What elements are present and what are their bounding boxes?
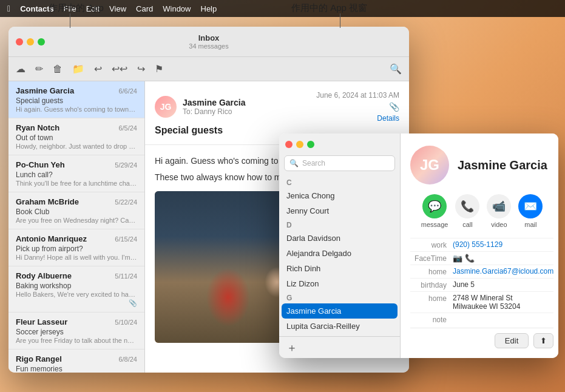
attachment-icon: 📎 — [129, 299, 137, 307]
contact-item-liz[interactable]: Liz Dizon — [279, 276, 400, 291]
contact-item-darla[interactable]: Darla Davidson — [279, 231, 400, 246]
mail-item[interactable]: Rody Albuerne 5/11/24 Baking workshop He… — [8, 266, 144, 313]
contacts-detail: JG Jasmine Garcia 💬 message 📞 call 📹 vid… — [401, 133, 558, 358]
search-placeholder-text: Search — [302, 159, 325, 167]
home-address[interactable]: 2748 W Mineral StMilwaukee WI 53204 — [453, 294, 520, 311]
contacts-titlebar — [279, 133, 400, 155]
mail-date: 5/10/24 — [115, 319, 137, 326]
call-button[interactable]: 📞 call — [455, 194, 479, 228]
facetime-video-icon[interactable]: 📷 — [453, 254, 462, 263]
mail-button[interactable]: ✉️ mail — [518, 194, 543, 228]
inbox-label: Inbox — [189, 33, 228, 42]
contacts-search[interactable]: 🔍 Search — [284, 155, 395, 171]
mail-item[interactable]: Ryan Notch 6/5/24 Out of town Howdy, nei… — [8, 118, 144, 155]
forward-icon[interactable]: ↪ — [137, 63, 145, 75]
mail-item[interactable]: Antonio Manriquez 6/15/24 Pick up from a… — [8, 229, 144, 266]
sender-name: Jasmine Garcia — [16, 86, 74, 95]
mail-toolbar: ☁ ✏ 🗑 📁 ↩ ↩↩ ↪ ⚑ 🔍 — [8, 57, 409, 81]
detail-date: June 6, 2024 at 11:03 AM — [316, 91, 399, 100]
messages-count: 34 messages — [189, 42, 228, 50]
mail-preview: Hi Danny! Hope all is well with you. I'm… — [16, 254, 137, 261]
mail-subject: Pick up from airport? — [16, 245, 137, 253]
home-email-row: home Jasmine.Garcia67@icloud.com — [410, 265, 553, 278]
contact-item-alejandra[interactable]: Alejandra Delgado — [279, 246, 400, 261]
mail-item[interactable]: Jasmine Garcia 6/6/24 Special guests Hi … — [8, 81, 144, 118]
menu-edit[interactable]: Edit — [86, 4, 100, 13]
close-button[interactable] — [16, 38, 23, 46]
minimize-button[interactable] — [27, 38, 34, 46]
maximize-button[interactable] — [38, 38, 45, 46]
add-contact-button[interactable]: ＋ — [279, 336, 400, 358]
mail-item[interactable]: Rigo Rangel 6/8/24 Fun memories — [8, 350, 144, 373]
sender-name: Fleur Lasseur — [16, 317, 67, 326]
mail-label: mail — [524, 221, 536, 228]
facetime-audio-icon[interactable]: 📞 — [465, 254, 475, 263]
call-label: call — [462, 221, 473, 228]
contact-item-jasmine[interactable]: Jasmine Garcia — [282, 303, 398, 319]
contacts-min-btn[interactable] — [296, 141, 303, 148]
mail-subject: Baking workshop — [16, 282, 137, 290]
flag-icon[interactable]: ⚑ — [155, 63, 163, 75]
message-button[interactable]: 💬 message — [421, 194, 448, 228]
reply-all-icon[interactable]: ↩↩ — [112, 63, 127, 75]
message-label: message — [421, 221, 448, 228]
search-icon[interactable]: 🔍 — [390, 63, 402, 75]
mail-date: 6/8/24 — [118, 356, 137, 363]
contacts-close-btn[interactable] — [285, 141, 293, 148]
mail-action-icon: ✉️ — [518, 194, 543, 218]
menu-file[interactable]: File — [64, 4, 76, 13]
contact-item-jenny[interactable]: Jenny Court — [279, 203, 400, 218]
apple-menu[interactable]:  — [7, 4, 10, 13]
mail-item[interactable]: Fleur Lasseur 5/10/24 Soccer jerseys Are… — [8, 313, 144, 350]
menu-window[interactable]: Window — [163, 4, 191, 13]
home-email[interactable]: Jasmine.Garcia67@icloud.com — [453, 267, 553, 275]
archive-icon[interactable]: ☁ — [16, 63, 25, 75]
sender-name: Graham McBride — [16, 197, 79, 206]
sender-name: Antonio Manriquez — [16, 234, 87, 243]
section-c: C — [279, 176, 400, 188]
mail-item[interactable]: Graham McBride 5/22/24 Book Club Are you… — [8, 192, 144, 229]
edit-button[interactable]: Edit — [495, 333, 529, 348]
home-address-label: home — [410, 294, 453, 303]
contact-item-lupita[interactable]: Lupita Garcia-Reilley — [279, 319, 400, 334]
note-label: note — [410, 315, 453, 324]
contact-item-jenica[interactable]: Jenica Chong — [279, 188, 400, 203]
contact-name: Jasmine Garcia — [458, 158, 547, 172]
menu-card[interactable]: Card — [136, 4, 153, 13]
mail-preview: Think you'll be free for a lunchtime cha… — [16, 180, 137, 187]
menu-contacts[interactable]: Contacts — [20, 4, 54, 13]
mail-date: 5/29/24 — [115, 161, 137, 169]
mail-preview: Are you free on Wednesday night? Can't w… — [16, 217, 137, 224]
home-email-label: home — [410, 267, 453, 276]
compose-icon[interactable]: ✏ — [35, 63, 43, 75]
mail-subject: Book Club — [16, 208, 137, 216]
mail-subject: Lunch call? — [16, 171, 137, 179]
reply-icon[interactable]: ↩ — [94, 63, 102, 75]
trash-icon[interactable]: 🗑 — [53, 64, 63, 75]
facetime-icons: 📷 📞 — [453, 254, 475, 263]
section-g: G — [279, 291, 400, 303]
contact-item-rich[interactable]: Rich Dinh — [279, 261, 400, 276]
sender-name: Ryan Notch — [16, 123, 59, 132]
mail-subject: Out of town — [16, 133, 137, 142]
details-link[interactable]: Details — [377, 114, 399, 123]
work-phone-row: work (920) 555-1129 — [410, 238, 553, 251]
mail-subject: Fun memories — [16, 365, 137, 373]
contacts-max-btn[interactable] — [307, 141, 314, 148]
mail-preview: Hi again. Guess who's coming to town wit… — [16, 106, 137, 113]
mail-date: 5/22/24 — [115, 198, 137, 206]
mail-preview: Hello Bakers, We're very excited to have… — [16, 291, 137, 298]
contact-info-table: work (920) 555-1129 FaceTime 📷 📞 home Ja… — [410, 238, 553, 326]
sender-avatar: JG — [155, 96, 177, 118]
mail-date: 6/6/24 — [118, 87, 137, 95]
contacts-list: C Jenica Chong Jenny Court D Darla David… — [279, 176, 400, 336]
mail-item[interactable]: Po-Chun Yeh 5/29/24 Lunch call? Think yo… — [8, 155, 144, 192]
call-icon: 📞 — [455, 194, 479, 218]
menu-help[interactable]: Help — [201, 4, 217, 13]
work-phone[interactable]: (920) 555-1129 — [453, 240, 502, 249]
menu-view[interactable]: View — [109, 4, 126, 13]
detail-sender-name: Jasmine Garcia — [183, 98, 246, 107]
share-button[interactable]: ⬆ — [533, 333, 553, 348]
video-button[interactable]: 📹 video — [487, 194, 511, 228]
move-icon[interactable]: 📁 — [72, 63, 84, 75]
